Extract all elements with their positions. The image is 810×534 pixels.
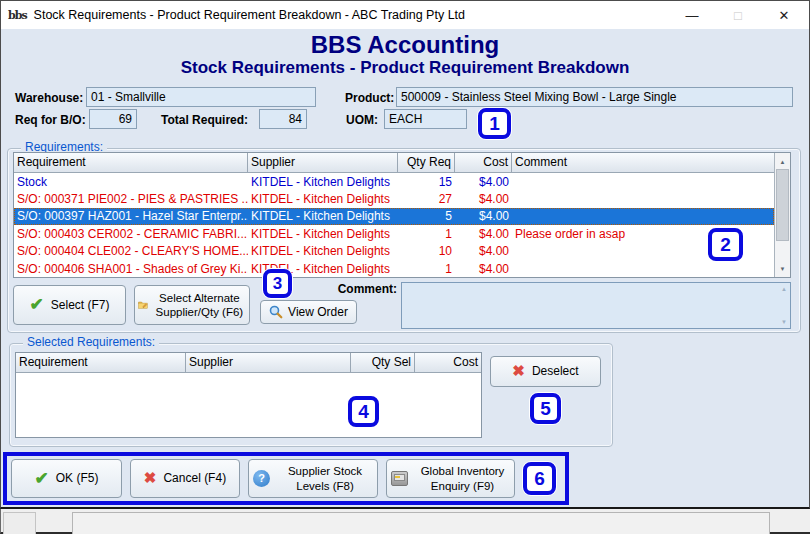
close-button[interactable]: ✕ <box>761 1 807 29</box>
annotation-2: 2 <box>708 228 743 261</box>
cell-cost: $4.00 <box>455 209 512 223</box>
cell-supplier: KITDEL - Kitchen Delights <box>248 192 398 206</box>
magnifier-icon <box>269 305 283 319</box>
total-required-field[interactable]: 84 <box>259 109 307 129</box>
comment-scroll-up-icon[interactable]: ▲ <box>781 286 787 292</box>
selected-requirements-group-label: Selected Requirements: <box>23 335 159 349</box>
requirements-table: Requirement Supplier Qty Req Cost Commen… <box>13 152 791 278</box>
vertical-scrollbar[interactable]: ▲ ▼ <box>774 153 790 277</box>
requirements-table-body: Stock KITDEL - Kitchen Delights 15 $4.00… <box>14 173 774 277</box>
cell-qty-req: 27 <box>398 192 455 206</box>
cell-supplier: KITDEL - Kitchen Delights <box>248 227 398 241</box>
selected-table-header[interactable]: Requirement Supplier Qty Sel Cost <box>16 353 481 373</box>
question-icon: ? <box>253 470 270 487</box>
requirement-row[interactable]: S/O: 000406 SHA001 - Shades of Grey Ki..… <box>14 260 774 277</box>
scrollbar-thumb[interactable] <box>776 169 789 241</box>
cell-requirement: S/O: 000397 HAZ001 - Hazel Star Enterpr.… <box>14 209 248 223</box>
folder-pencil-icon <box>138 298 148 312</box>
column-supplier[interactable]: Supplier <box>248 153 398 172</box>
column-cost[interactable]: Cost <box>415 353 481 372</box>
cell-qty-req: 10 <box>398 244 455 258</box>
page-title: Stock Requirements - Product Requirement… <box>1 58 809 78</box>
ok-button[interactable]: ✔ OK (F5) <box>11 459 122 498</box>
ok-button-label: OK (F5) <box>56 471 99 486</box>
global-inventory-enquiry-label: Global Inventory Enquiry (F9) <box>415 464 510 493</box>
app-icon: bbs <box>8 9 27 22</box>
supplier-stock-levels-label: Supplier Stock Levels (F8) <box>277 464 373 493</box>
select-button-label: Select (F7) <box>51 298 110 313</box>
requirement-row[interactable]: S/O: 000404 CLE002 - CLEARY'S HOME... KI… <box>14 243 774 260</box>
check-icon: ✔ <box>30 294 44 315</box>
annotation-5: 5 <box>530 393 561 424</box>
requirements-table-header[interactable]: Requirement Supplier Qty Req Cost Commen… <box>14 153 774 173</box>
comment-scroll-down-icon[interactable]: ▼ <box>781 319 787 325</box>
requirement-row[interactable]: S/O: 000371 PIE002 - PIES & PASTRIES ...… <box>14 190 774 207</box>
comment-box[interactable]: ▲ ▼ <box>401 282 791 329</box>
stock-requirements-dialog: bbs Stock Requirements - Product Require… <box>0 0 810 509</box>
background-window-strip <box>0 509 810 534</box>
product-field[interactable]: 500009 - Stainless Steel Mixing Bowl - L… <box>396 87 793 107</box>
cell-cost: $4.00 <box>455 192 512 206</box>
column-qty-sel[interactable]: Qty Sel <box>351 353 415 372</box>
cell-qty-req: 1 <box>398 227 455 241</box>
cell-supplier: KITDEL - Kitchen Delights <box>248 209 398 223</box>
global-inventory-enquiry-button[interactable]: Global Inventory Enquiry (F9) <box>386 459 515 498</box>
cell-qty-req: 15 <box>398 175 455 189</box>
cell-cost: $4.00 <box>455 227 512 241</box>
cell-requirement: S/O: 000404 CLE002 - CLEARY'S HOME... <box>14 244 248 258</box>
view-order-label: View Order <box>288 305 348 320</box>
minimize-button[interactable]: — <box>669 1 715 29</box>
background-window-panel <box>72 512 770 534</box>
selected-table-body <box>16 373 481 437</box>
cash-register-icon <box>391 471 408 486</box>
check-icon: ✔ <box>35 468 49 489</box>
column-qty-req[interactable]: Qty Req <box>398 153 455 172</box>
uom-field[interactable]: EACH <box>384 109 467 129</box>
maximize-button: □ <box>715 1 761 29</box>
select-button[interactable]: ✔ Select (F7) <box>13 285 126 325</box>
select-alternate-button[interactable]: Select Alternate Supplier/Qty (F6) <box>134 285 250 325</box>
background-window-block <box>3 512 36 534</box>
total-required-label: Total Required: <box>161 113 248 127</box>
column-requirement[interactable]: Requirement <box>14 153 248 172</box>
deselect-button[interactable]: ✖ Deselect <box>490 356 601 387</box>
comment-label: Comment: <box>319 282 397 296</box>
window-title: Stock Requirements - Product Requirement… <box>34 8 465 22</box>
view-order-button[interactable]: View Order <box>260 300 357 324</box>
cell-qty-req: 5 <box>398 209 455 223</box>
column-supplier[interactable]: Supplier <box>186 353 351 372</box>
req-bo-field[interactable]: 69 <box>89 109 137 129</box>
column-comment[interactable]: Comment <box>512 153 774 172</box>
deselect-button-label: Deselect <box>532 364 579 379</box>
app-title: BBS Accounting <box>1 31 809 59</box>
cell-requirement: Stock <box>14 175 248 189</box>
req-bo-label: Req for B/O: <box>15 113 86 127</box>
cancel-button[interactable]: ✖ Cancel (F4) <box>130 459 240 498</box>
cell-supplier: KITDEL - Kitchen Delights <box>248 244 398 258</box>
warehouse-label: Warehouse: <box>15 91 83 105</box>
cross-icon: ✖ <box>512 362 525 381</box>
screen: bbs Stock Requirements - Product Require… <box>0 0 810 534</box>
supplier-stock-levels-button[interactable]: ? Supplier Stock Levels (F8) <box>248 459 378 498</box>
scroll-down-icon[interactable]: ▼ <box>775 261 790 276</box>
cross-icon: ✖ <box>144 469 157 488</box>
annotation-6: 6 <box>523 462 556 495</box>
selected-requirements-table: Requirement Supplier Qty Sel Cost <box>15 352 482 438</box>
requirement-row[interactable]: Stock KITDEL - Kitchen Delights 15 $4.00 <box>14 173 774 190</box>
select-alternate-label: Select Alternate Supplier/Qty (F6) <box>153 291 246 320</box>
column-cost[interactable]: Cost <box>455 153 512 172</box>
uom-label: UOM: <box>346 113 378 127</box>
requirement-row-selected[interactable]: S/O: 000397 HAZ001 - Hazel Star Enterpr.… <box>14 208 774 225</box>
warehouse-field[interactable]: 01 - Smallville <box>86 87 316 107</box>
column-requirement[interactable]: Requirement <box>16 353 186 372</box>
cell-supplier: KITDEL - Kitchen Delights <box>248 175 398 189</box>
cell-requirement: S/O: 000403 CER002 - CERAMIC FABRI... <box>14 227 248 241</box>
cancel-button-label: Cancel (F4) <box>163 471 226 486</box>
product-label: Product: <box>345 91 394 105</box>
annotation-3: 3 <box>263 269 292 298</box>
requirement-row[interactable]: S/O: 000403 CER002 - CERAMIC FABRI... KI… <box>14 225 774 242</box>
cell-cost: $4.00 <box>455 244 512 258</box>
cell-cost: $4.00 <box>455 262 512 276</box>
scroll-up-icon[interactable]: ▲ <box>775 154 790 169</box>
cell-requirement: S/O: 000406 SHA001 - Shades of Grey Ki..… <box>14 262 248 276</box>
